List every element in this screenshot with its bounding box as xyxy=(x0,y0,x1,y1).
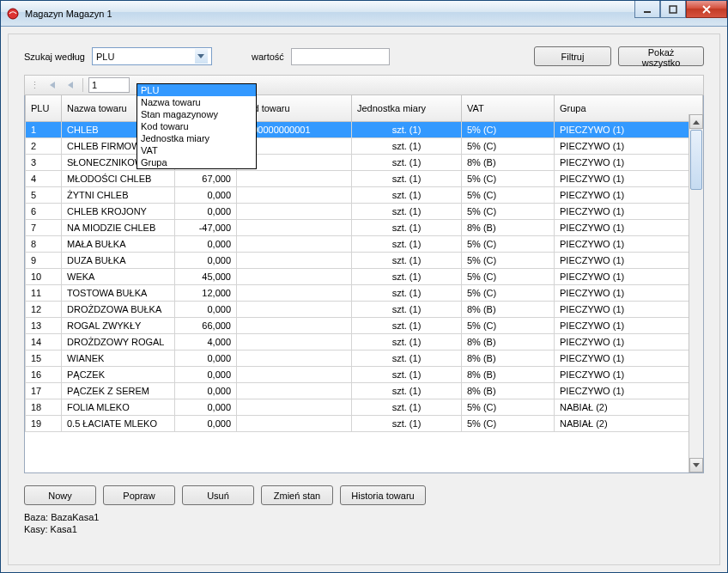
dropdown-option[interactable]: Jednostka miary xyxy=(137,132,256,144)
table-row[interactable]: 5ŻYTNI CHLEB0,000szt. (1)5% (C)PIECZYWO … xyxy=(26,187,703,204)
cell-kod xyxy=(237,416,352,432)
cell-name: DROŻDZOWY ROGAL xyxy=(62,334,175,351)
cell-vat: 5% (C) xyxy=(462,399,555,416)
dropdown-option[interactable]: Grupa xyxy=(137,156,256,168)
cell-plu: 9 xyxy=(26,253,62,269)
svg-rect-1 xyxy=(644,11,651,13)
cell-vat: 5% (C) xyxy=(462,187,555,204)
table-row[interactable]: 17PĄCZEK Z SEREM0,000szt. (1)8% (B)PIECZ… xyxy=(26,383,703,399)
table-row[interactable]: 15WIANEK0,000szt. (1)8% (B)PIECZYWO (1) xyxy=(26,351,703,367)
cell-plu: 4 xyxy=(26,171,62,187)
dropdown-option[interactable]: Kod towaru xyxy=(137,120,256,132)
cell-vat: 8% (B) xyxy=(462,155,555,171)
delete-button[interactable]: Usuń xyxy=(182,485,254,505)
cell-vat: 5% (C) xyxy=(462,416,555,432)
scroll-down-icon[interactable] xyxy=(689,458,703,472)
scroll-track[interactable] xyxy=(689,191,703,458)
cell-stan: 4,000 xyxy=(175,334,237,351)
col-grupa[interactable]: Grupa xyxy=(555,95,703,122)
titlebar: Magazyn Magazyn 1 xyxy=(1,1,727,27)
filter-button[interactable]: Filtruj xyxy=(534,46,611,66)
search-by-dropdown[interactable]: PLUNazwa towaruStan magazynowyKod towaru… xyxy=(136,83,257,169)
cell-vat: 8% (B) xyxy=(462,351,555,367)
cell-stan: 67,000 xyxy=(175,171,237,187)
dropdown-option[interactable]: VAT xyxy=(137,144,256,156)
table-row[interactable]: 2CHLEB FIRMOWY0,000szt. (1)5% (C)PIECZYW… xyxy=(26,138,703,155)
cell-vat: 8% (B) xyxy=(462,302,555,318)
cell-kod xyxy=(237,204,352,220)
cell-jm: szt. (1) xyxy=(352,416,462,432)
cell-plu: 14 xyxy=(26,334,62,351)
new-button[interactable]: Nowy xyxy=(24,485,96,505)
kasy-label: Kasy: Kasa1 xyxy=(24,524,704,534)
value-label: wartość xyxy=(252,52,284,62)
history-button[interactable]: Historia towaru xyxy=(340,485,426,505)
table-row[interactable]: 8MAŁA BUŁKA0,000szt. (1)5% (C)PIECZYWO (… xyxy=(26,236,703,253)
show-all-button[interactable]: Pokaż wszystko xyxy=(618,46,704,66)
table-row[interactable]: 18FOLIA MLEKO0,000szt. (1)5% (C)NABIAŁ (… xyxy=(26,399,703,416)
edit-button[interactable]: Popraw xyxy=(103,485,175,505)
cell-kod xyxy=(237,318,352,334)
change-state-button[interactable]: Zmień stan xyxy=(261,485,333,505)
table-row[interactable]: 13ROGAL ZWYKŁY66,000szt. (1)5% (C)PIECZY… xyxy=(26,318,703,334)
cell-stan: 0,000 xyxy=(175,383,237,399)
cell-stan: -47,000 xyxy=(175,220,237,236)
table-row[interactable]: 12DROŻDZOWA BUŁKA0,000szt. (1)8% (B)PIEC… xyxy=(26,302,703,318)
cell-name: MAŁA BUŁKA xyxy=(62,236,175,253)
cell-stan: 0,000 xyxy=(175,351,237,367)
search-value-input[interactable] xyxy=(291,48,390,65)
header-row: PLU Nazwa towaru Stan magazynowy Kod tow… xyxy=(26,95,703,122)
search-by-combo[interactable]: PLU xyxy=(92,47,212,65)
cell-kod xyxy=(237,269,352,285)
scroll-thumb[interactable] xyxy=(690,130,702,190)
table-row[interactable]: 9DUZA BUŁKA0,000szt. (1)5% (C)PIECZYWO (… xyxy=(26,253,703,269)
table-row[interactable]: 4MŁODOŚCI CHLEB67,000szt. (1)5% (C)PIECZ… xyxy=(26,171,703,187)
col-jm[interactable]: Jednostka miary xyxy=(352,95,462,122)
cell-jm: szt. (1) xyxy=(352,204,462,220)
prev-page-icon[interactable] xyxy=(64,78,77,92)
table-row[interactable]: 7NA MIODZIE CHLEB-47,000szt. (1)8% (B)PI… xyxy=(26,220,703,236)
svg-point-0 xyxy=(8,9,18,19)
cell-jm: szt. (1) xyxy=(352,334,462,351)
table-row[interactable]: 14DROŻDZOWY ROGAL4,000szt. (1)8% (B)PIEC… xyxy=(26,334,703,351)
table-row[interactable]: 1CHLEB0000000000001szt. (1)5% (C)PIECZYW… xyxy=(26,122,703,138)
maximize-button[interactable] xyxy=(660,1,686,18)
cell-name: DROŻDZOWA BUŁKA xyxy=(62,302,175,318)
cell-jm: szt. (1) xyxy=(352,367,462,383)
table-row[interactable]: 10WEKA45,000szt. (1)5% (C)PIECZYWO (1) xyxy=(26,269,703,285)
table-row[interactable]: 11TOSTOWA BUŁKA12,000szt. (1)5% (C)PIECZ… xyxy=(26,285,703,302)
cell-stan: 0,000 xyxy=(175,367,237,383)
minimize-button[interactable] xyxy=(634,1,660,18)
cell-jm: szt. (1) xyxy=(352,383,462,399)
cell-kod xyxy=(237,253,352,269)
col-vat[interactable]: VAT xyxy=(462,95,555,122)
cell-plu: 16 xyxy=(26,367,62,383)
dropdown-option[interactable]: PLU xyxy=(137,84,256,96)
page-number-input[interactable] xyxy=(88,77,130,93)
cell-grupa: PIECZYWO (1) xyxy=(555,236,703,253)
search-bar: Szukaj według PLU wartość Filtruj Pokaż … xyxy=(24,46,704,66)
table-row[interactable]: 16PĄCZEK0,000szt. (1)8% (B)PIECZYWO (1) xyxy=(26,367,703,383)
close-button[interactable] xyxy=(686,1,727,18)
cell-stan: 0,000 xyxy=(175,187,237,204)
first-page-icon[interactable] xyxy=(45,78,58,92)
cell-grupa: PIECZYWO (1) xyxy=(555,334,703,351)
cell-plu: 2 xyxy=(26,138,62,155)
vertical-scrollbar[interactable] xyxy=(689,114,703,472)
cell-vat: 8% (B) xyxy=(462,220,555,236)
table-row[interactable]: 6CHLEB KROJONY0,000szt. (1)5% (C)PIECZYW… xyxy=(26,204,703,220)
col-plu[interactable]: PLU xyxy=(26,95,62,122)
dropdown-option[interactable]: Nazwa towaru xyxy=(137,96,256,108)
table-row[interactable]: 3SŁONECZNIKOWY ...0,000szt. (1)8% (B)PIE… xyxy=(26,155,703,171)
dropdown-option[interactable]: Stan magazynowy xyxy=(137,108,256,120)
table-row[interactable]: 190.5 ŁACIATE MLEKO0,000szt. (1)5% (C)NA… xyxy=(26,416,703,432)
cell-plu: 19 xyxy=(26,416,62,432)
cell-grupa: PIECZYWO (1) xyxy=(555,302,703,318)
scroll-up-icon[interactable] xyxy=(689,114,703,129)
cell-plu: 1 xyxy=(26,122,62,138)
cell-name: 0.5 ŁACIATE MLEKO xyxy=(62,416,175,432)
cell-vat: 5% (C) xyxy=(462,253,555,269)
app-window: Magazyn Magazyn 1 Szukaj według PLU wart… xyxy=(0,0,728,573)
cell-vat: 5% (C) xyxy=(462,269,555,285)
cell-name: TOSTOWA BUŁKA xyxy=(62,285,175,302)
